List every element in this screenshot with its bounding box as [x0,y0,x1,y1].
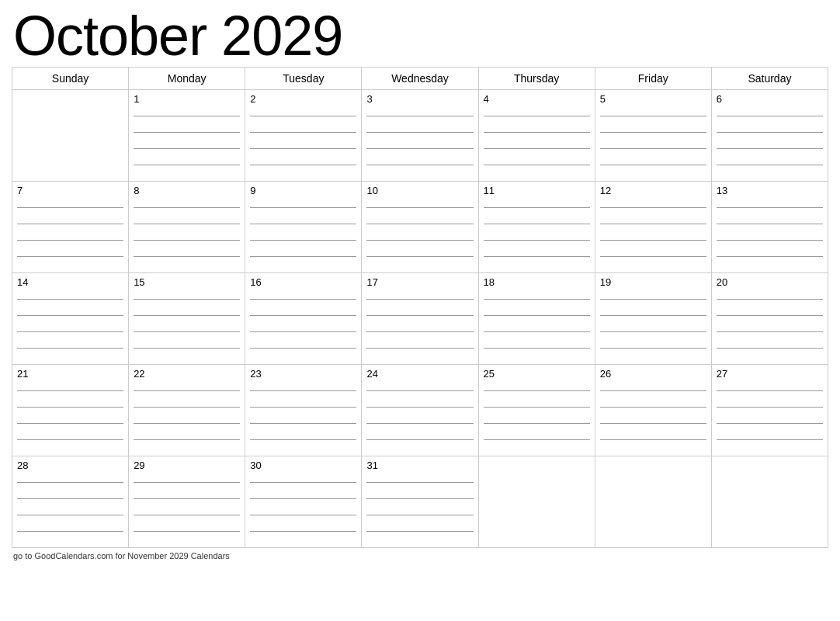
day-line [717,116,823,116]
calendar-grid: SundayMondayTuesdayWednesdayThursdayFrid… [12,67,828,548]
day-number-22: 22 [134,368,240,380]
day-line [250,132,356,133]
day-line [17,240,123,241]
day-number-8: 8 [134,185,240,196]
day-number-15: 15 [134,276,240,288]
day-line [717,331,823,332]
calendar-empty-cell [711,456,828,548]
day-line [134,498,240,499]
day-line [17,315,123,316]
day-line [717,299,823,300]
day-line [717,315,823,316]
day-line [134,315,240,316]
day-line [366,116,473,116]
day-line [134,132,240,133]
day-number-1: 1 [134,93,240,105]
weekday-header-sunday: Sunday [12,68,129,90]
calendar-empty-cell [12,90,129,182]
calendar-day-1: 1 [129,90,245,182]
day-line [134,439,240,440]
day-line [17,299,123,300]
day-line [600,148,706,149]
day-line [17,256,123,257]
calendar-day-16: 16 [245,273,362,365]
day-line [250,423,356,424]
calendar-day-18: 18 [478,273,595,365]
calendar-empty-cell [478,456,595,548]
day-line [600,132,706,133]
day-line [717,423,823,424]
day-number-16: 16 [250,276,356,288]
day-number-25: 25 [484,368,590,380]
calendar-day-14: 14 [12,273,129,365]
day-line [484,423,590,424]
day-line [17,390,123,391]
day-number-20: 20 [717,276,823,288]
day-line [17,423,123,424]
day-line [366,315,473,316]
day-line [250,148,356,149]
calendar-day-12: 12 [595,182,711,273]
day-line [600,116,706,116]
day-number-4: 4 [484,93,590,105]
day-number-28: 28 [17,460,123,471]
day-line [366,423,473,424]
day-line [484,256,590,257]
day-number-3: 3 [366,93,473,105]
day-number-7: 7 [17,185,123,196]
weekday-header-tuesday: Tuesday [245,68,362,90]
day-line [717,439,823,440]
calendar-day-15: 15 [129,273,245,365]
day-line [134,240,240,241]
calendar-day-11: 11 [478,182,595,273]
calendar-week-1: 123456 [12,90,828,182]
calendar-day-23: 23 [245,365,362,456]
day-line [17,224,123,224]
day-line [717,390,823,391]
day-line [250,515,356,515]
day-line [717,348,823,349]
day-line [134,390,240,391]
day-line [717,407,823,408]
day-line [134,148,240,149]
day-line [366,331,473,332]
day-number-30: 30 [250,460,356,471]
calendar-day-26: 26 [595,365,711,456]
day-number-14: 14 [17,276,123,288]
day-number-23: 23 [250,368,356,380]
day-line [134,348,240,349]
calendar-day-8: 8 [129,182,245,273]
day-line [134,423,240,424]
day-line [484,407,590,408]
day-line [366,207,473,208]
calendar-day-24: 24 [362,365,478,456]
day-number-19: 19 [600,276,706,288]
day-line [484,165,590,165]
day-line [250,407,356,408]
day-line [250,482,356,483]
day-line [366,256,473,257]
calendar-day-31: 31 [362,456,478,548]
day-line [134,165,240,165]
weekday-header-wednesday: Wednesday [362,68,478,90]
day-line [17,207,123,208]
day-line [484,299,590,300]
day-line [17,439,123,440]
day-line [17,498,123,499]
calendar-day-17: 17 [362,273,478,365]
day-line [17,348,123,349]
day-number-17: 17 [366,276,473,288]
day-line [600,331,706,332]
day-line [366,482,473,483]
calendar-day-7: 7 [12,182,129,273]
calendar-day-6: 6 [711,90,828,182]
calendar-day-4: 4 [478,90,595,182]
calendar-day-29: 29 [129,456,245,548]
calendar-day-19: 19 [595,273,711,365]
day-line [134,515,240,515]
weekday-header-friday: Friday [595,68,711,90]
day-line [484,116,590,116]
day-line [717,240,823,241]
day-line [600,207,706,208]
day-line [134,531,240,532]
